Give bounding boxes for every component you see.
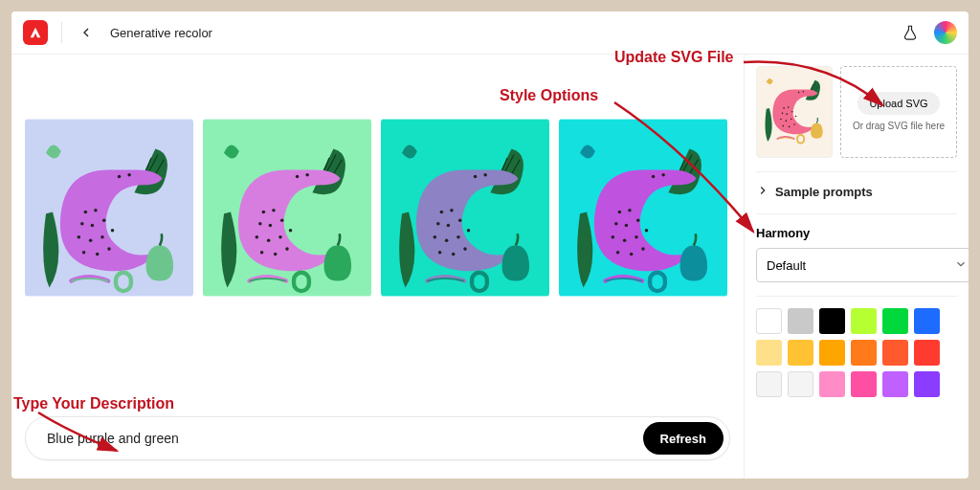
svg-point-10 (100, 235, 104, 239)
svg-point-33 (474, 175, 478, 179)
svg-point-78 (793, 123, 795, 125)
color-swatch[interactable] (851, 308, 877, 334)
color-swatch[interactable] (756, 308, 782, 334)
svg-point-44 (438, 251, 442, 255)
result-tile[interactable] (203, 117, 371, 299)
svg-point-34 (483, 173, 487, 177)
body: Blue purple and green Refresh Update SVG… (11, 55, 969, 479)
labs-icon[interactable] (900, 22, 921, 43)
color-swatch[interactable] (851, 371, 877, 397)
svg-point-77 (789, 126, 791, 128)
color-swatch[interactable] (882, 371, 908, 397)
chevron-down-icon (954, 257, 968, 274)
annotation-type-description: Type Your Description (13, 395, 174, 412)
svg-point-67 (783, 107, 785, 109)
main-column: Blue purple and green Refresh Update SVG… (11, 55, 744, 479)
svg-point-40 (434, 235, 437, 239)
color-swatch[interactable] (819, 371, 845, 397)
svg-point-41 (445, 239, 449, 243)
color-swatch[interactable] (851, 340, 877, 366)
color-swatch[interactable] (882, 340, 908, 366)
color-swatch[interactable] (788, 371, 813, 397)
svg-point-60 (616, 251, 620, 255)
svg-point-51 (618, 211, 622, 214)
svg-point-59 (645, 229, 649, 233)
result-tile[interactable] (559, 117, 727, 299)
upload-row: Upload SVG Or drag SVG file here (756, 66, 957, 158)
svg-point-1 (118, 175, 122, 179)
svg-point-65 (798, 92, 800, 94)
adobe-logo[interactable] (23, 20, 48, 45)
svg-point-66 (803, 91, 805, 93)
color-swatch[interactable] (756, 340, 782, 366)
back-button[interactable] (76, 22, 97, 43)
app-header: Generative recolor (11, 11, 969, 55)
svg-point-2 (127, 173, 131, 177)
svg-point-25 (267, 239, 271, 243)
svg-point-26 (278, 235, 282, 239)
svg-point-54 (625, 224, 629, 228)
svg-point-62 (641, 247, 645, 251)
color-swatch[interactable] (882, 308, 908, 334)
harmony-value: Default (767, 258, 806, 273)
svg-point-14 (107, 247, 111, 251)
svg-point-17 (296, 175, 300, 179)
color-swatch[interactable] (819, 308, 845, 334)
svg-point-30 (285, 247, 289, 251)
svg-point-50 (661, 173, 665, 177)
avatar[interactable] (934, 21, 957, 44)
color-swatch[interactable] (914, 308, 940, 334)
harmony-label: Harmony (756, 226, 957, 240)
svg-point-45 (452, 253, 456, 256)
svg-point-23 (280, 218, 284, 222)
page-title: Generative recolor (110, 26, 212, 40)
svg-point-19 (262, 211, 266, 214)
upload-svg-button[interactable]: Upload SVG (858, 92, 939, 115)
svg-point-36 (450, 209, 454, 212)
app-window: Generative recolor (11, 11, 969, 479)
svg-point-11 (111, 229, 115, 233)
result-tile[interactable] (381, 117, 549, 299)
prompt-input[interactable]: Blue purple and green (47, 431, 643, 446)
svg-point-56 (612, 235, 615, 239)
prompt-area: Blue purple and green Refresh (25, 416, 730, 466)
svg-point-37 (436, 222, 440, 226)
svg-point-8 (78, 235, 81, 239)
upload-dropzone[interactable]: Upload SVG Or drag SVG file here (840, 66, 957, 158)
svg-point-71 (791, 111, 793, 113)
svg-point-74 (791, 119, 792, 121)
svg-point-7 (102, 218, 106, 222)
prompt-bar: Blue purple and green Refresh (25, 416, 730, 460)
color-swatches (756, 296, 957, 397)
side-panel: Upload SVG Or drag SVG file here Sample … (744, 55, 969, 479)
svg-point-18 (305, 173, 309, 177)
color-swatch[interactable] (819, 340, 845, 366)
svg-point-12 (82, 251, 86, 255)
svg-point-76 (783, 125, 785, 127)
svg-point-70 (786, 113, 788, 115)
svg-point-39 (458, 218, 462, 222)
refresh-button[interactable]: Refresh (643, 422, 724, 455)
svg-point-28 (260, 251, 264, 255)
svg-point-13 (96, 253, 100, 256)
svg-point-72 (780, 119, 782, 121)
drag-text: Or drag SVG file here (853, 121, 945, 133)
source-thumbnail[interactable] (756, 66, 833, 158)
svg-point-29 (274, 253, 278, 256)
harmony-section: Harmony Default (756, 213, 957, 282)
color-swatch[interactable] (756, 371, 782, 397)
color-swatch[interactable] (914, 340, 940, 366)
sample-prompts-label: Sample prompts (775, 185, 873, 199)
svg-point-22 (269, 224, 273, 228)
color-swatch[interactable] (788, 340, 813, 366)
color-swatch[interactable] (914, 371, 940, 397)
svg-point-38 (447, 224, 451, 228)
svg-point-5 (80, 222, 84, 226)
sample-prompts-toggle[interactable]: Sample prompts (756, 171, 957, 200)
color-swatch[interactable] (788, 308, 813, 334)
svg-point-52 (628, 209, 632, 212)
result-tile[interactable] (25, 117, 193, 299)
results-row (25, 117, 730, 299)
harmony-select[interactable]: Default (756, 248, 969, 282)
svg-point-9 (89, 239, 93, 243)
